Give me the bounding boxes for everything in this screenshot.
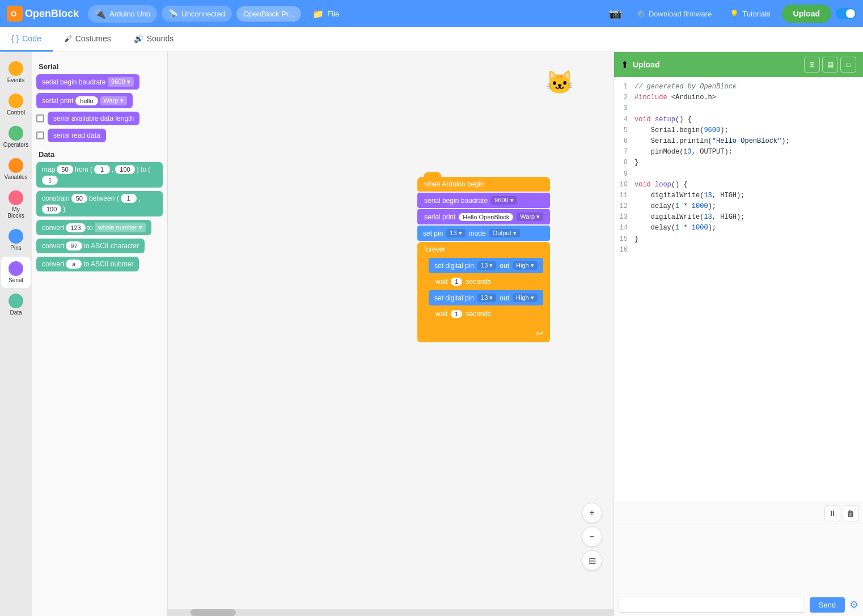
- toggle-switch[interactable]: [836, 8, 856, 19]
- sidebar-item-control[interactable]: Control: [1, 89, 31, 120]
- serial-dot: [9, 261, 23, 276]
- convert-ascii-num-row: convert a to ASCII nubmer: [36, 257, 163, 271]
- zoom-in-btn[interactable]: +: [582, 503, 602, 523]
- terminal-input[interactable]: [619, 597, 805, 613]
- canvas-scrollbar[interactable]: [168, 609, 614, 616]
- tab-costumes[interactable]: 🖌 Costumes: [53, 27, 122, 52]
- when-arduino-begin-hat[interactable]: when Arduino begin: [417, 177, 550, 192]
- download-firmware-btn[interactable]: ⚙️ Download firmware: [629, 6, 718, 22]
- camera-btn[interactable]: 📷: [606, 4, 625, 23]
- block-stack: when Arduino begin serial begin baudrate…: [417, 177, 550, 342]
- terminal-send-btn[interactable]: Send: [810, 597, 845, 613]
- terminal-clear-btn[interactable]: 🗑: [843, 505, 858, 521]
- upload-btn[interactable]: Upload: [782, 5, 831, 23]
- canvas-set-digital-1[interactable]: set digital pin 13 ▾ out High ▾: [429, 258, 543, 273]
- code-line-10: 10 void loop() {: [614, 180, 863, 190]
- tutorials-btn[interactable]: 💡 Tutorials: [723, 6, 777, 22]
- sidebar-item-operators[interactable]: Operators: [1, 121, 31, 152]
- split-view-btn[interactable]: ⊞: [804, 57, 820, 73]
- code-line-16: 16: [614, 245, 863, 256]
- canvas-area[interactable]: 🐱 when Arduino begin serial begin baudra…: [168, 52, 614, 616]
- constrain-b1[interactable]: 1: [121, 194, 137, 203]
- canvas-set-pin[interactable]: set pin 13 ▾ mode Output ▾: [417, 226, 550, 241]
- project-btn[interactable]: OpenBlock Pr...: [236, 6, 301, 22]
- convert-ascii-num-block[interactable]: convert a to ASCII nubmer: [36, 257, 139, 271]
- sidebar-item-data[interactable]: Data: [1, 289, 31, 320]
- map-block[interactable]: map 50 from ( 1 , 100 ) to ( 1: [36, 162, 163, 188]
- canvas-set-digital-2[interactable]: set digital pin 13 ▾ out High ▾: [429, 290, 543, 305]
- map-to1[interactable]: 1: [42, 176, 58, 185]
- serial-print-warp-dropdown[interactable]: Warp ▾: [100, 96, 127, 105]
- map-from1[interactable]: 1: [94, 165, 110, 174]
- sidebar-item-events[interactable]: Events: [1, 57, 31, 88]
- variables-label: Variables: [5, 174, 28, 180]
- convert-ascii-num-val[interactable]: a: [66, 260, 82, 269]
- svg-text:O: O: [11, 10, 16, 18]
- sidebar-item-variables[interactable]: Variables: [1, 154, 31, 185]
- code-line-13: 13 digitalWrite(13, HIGH);: [614, 212, 863, 223]
- forever-inner: set digital pin 13 ▾ out High ▾ wait 1 s…: [417, 257, 550, 324]
- canvas-print-warp-dd[interactable]: Warp ▾: [517, 213, 543, 221]
- code-line-2: 2 #include <Arduino.h>: [614, 92, 863, 103]
- serial-print-block[interactable]: serial print hello Warp ▾: [36, 93, 133, 108]
- canvas-wait-1[interactable]: wait 1 seconds: [429, 274, 498, 289]
- terminal-settings-icon[interactable]: ⚙: [849, 598, 858, 611]
- serial-section-title: Serial: [39, 62, 163, 71]
- convert-ascii-char-block[interactable]: convert 97 to ASCII character: [36, 239, 145, 253]
- tab-sounds[interactable]: 🔊 Sounds: [122, 27, 185, 52]
- code-line-6: 6 Serial.println("Hello OpenBlock");: [614, 136, 863, 147]
- canvas-serial-begin[interactable]: serial begin baudrate 9600 ▾: [417, 193, 550, 208]
- zoom-reset-btn[interactable]: ⊟: [582, 550, 602, 571]
- serial-available-checkbox[interactable]: [36, 114, 44, 122]
- board-select-btn[interactable]: 🔌 Arduino Uno: [88, 5, 157, 23]
- constrain-b2[interactable]: 100: [42, 205, 61, 214]
- serial-read-block[interactable]: serial read data: [48, 129, 106, 142]
- canvas-dig1-val-dd[interactable]: High ▾: [513, 261, 538, 270]
- file-icon: 📁: [312, 9, 324, 19]
- myblocks-label: My Blocks: [3, 206, 28, 219]
- pins-label: Pins: [10, 245, 21, 251]
- constrain-block[interactable]: constrain 50 between ( 1 , 100 ): [36, 191, 163, 216]
- canvas-wait1-val[interactable]: 1: [451, 278, 462, 286]
- zoom-out-btn[interactable]: −: [582, 526, 602, 547]
- sidebar-item-serial[interactable]: Serial: [1, 257, 31, 288]
- map-val[interactable]: 50: [57, 165, 73, 174]
- canvas-dig1-pin-dd[interactable]: 13 ▾: [477, 261, 496, 270]
- code-view-btn[interactable]: ▤: [822, 57, 838, 73]
- canvas-dig2-val-dd[interactable]: High ▾: [513, 294, 538, 302]
- serial-available-block[interactable]: serial available data length: [48, 112, 139, 125]
- canvas-block-group: when Arduino begin serial begin baudrate…: [417, 177, 550, 342]
- serial-begin-block[interactable]: serial begin baudrate 9600 ▾: [36, 74, 139, 90]
- canvas-print-hello[interactable]: Hello OpenBlock: [459, 213, 513, 221]
- pins-dot: [9, 229, 23, 244]
- serial-print-label: serial print: [42, 97, 73, 105]
- convert-whole-block[interactable]: convert 123 to whole number ▾: [36, 220, 151, 235]
- canvas-wait2-val[interactable]: 1: [451, 310, 462, 318]
- canvas-serial-print[interactable]: serial print Hello OpenBlock Warp ▾: [417, 209, 550, 224]
- tab-code[interactable]: { } Code: [0, 27, 53, 52]
- file-btn[interactable]: 📁 File: [306, 5, 346, 23]
- sidebar-item-pins[interactable]: Pins: [1, 224, 31, 256]
- canvas-dig2-pin-dd[interactable]: 13 ▾: [477, 294, 496, 302]
- canvas-pin-mode-dd[interactable]: Output ▾: [489, 229, 520, 237]
- serial-read-checkbox[interactable]: [36, 131, 44, 139]
- map-from2[interactable]: 100: [115, 165, 134, 174]
- sidebar-item-myblocks[interactable]: My Blocks: [1, 186, 31, 223]
- baudrate-dropdown[interactable]: 9600 ▾: [108, 77, 134, 87]
- terminal-pause-btn[interactable]: ⏸: [824, 505, 840, 521]
- data-label: Data: [10, 309, 22, 316]
- serial-read-row: serial read data: [36, 129, 163, 142]
- convert-whole-type-dropdown[interactable]: whole number ▾: [95, 223, 146, 232]
- canvas-baudrate-dd[interactable]: 9600 ▾: [491, 196, 517, 205]
- logo[interactable]: O OpenBlock: [7, 6, 79, 22]
- scrollbar-thumb[interactable]: [191, 609, 236, 616]
- serial-print-hello-value[interactable]: hello: [75, 96, 98, 105]
- connection-btn[interactable]: 📡 Unconnected: [162, 6, 232, 22]
- convert-whole-val[interactable]: 123: [66, 223, 85, 232]
- canvas-wait-2[interactable]: wait 1 seconds: [429, 307, 498, 321]
- constrain-val[interactable]: 50: [71, 194, 87, 203]
- canvas-pin-num-dd[interactable]: 13 ▾: [446, 229, 465, 237]
- forever-label[interactable]: forever: [417, 242, 550, 257]
- convert-ascii-val[interactable]: 97: [66, 241, 82, 250]
- full-view-btn[interactable]: □: [840, 57, 856, 73]
